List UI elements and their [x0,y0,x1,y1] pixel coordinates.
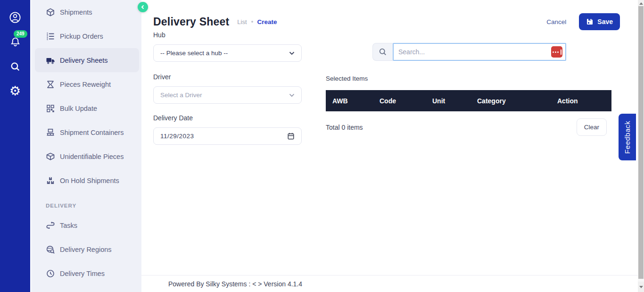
sidebar-item-label: Delivery Times [60,270,105,277]
clock-icon [46,269,55,278]
hub-select[interactable]: -- Please select a hub -- [153,44,302,62]
bell-icon [9,36,21,48]
column-header-category: Category [477,97,557,105]
driver-select[interactable]: Select a Driver [153,86,302,104]
search-bar [372,43,566,61]
page-title: Delivery Sheet [153,16,229,28]
profile-button[interactable] [9,11,21,24]
pallet-icon [46,128,55,137]
selected-items-label: Selected Items [326,75,368,82]
sidebar-item-pieces-reweight[interactable]: Pieces Reweight [35,72,139,96]
hub-label: Hub [153,30,302,40]
scale-icon [46,80,55,89]
hub-field-group: Hub -- Please select a hub -- [153,30,302,62]
stacked-boxes-icon [46,176,55,185]
search-icon-box [372,43,393,61]
breadcrumb-dot [251,21,253,23]
delivery-date-value: 11/29/2023 [160,133,287,140]
global-search-button[interactable] [9,60,21,73]
open-box-icon [46,152,55,161]
vertical-scrollbar[interactable] [638,0,644,292]
main-content: Delivery Sheet List Create Cancel Save [141,0,638,292]
column-header-awb: AWB [332,97,380,105]
driver-field-group: Driver Select a Driver [153,72,302,104]
driver-select-placeholder: Select a Driver [160,92,289,99]
search-icon [379,48,387,56]
delivery-date-field-group: Delivery Date 11/29/2023 [153,113,302,145]
sidebar-item-on-hold-shipments[interactable]: On Hold Shipments [35,168,139,192]
sidebar-item-pickup-orders[interactable]: Pickup Orders [35,24,139,48]
box-icon [46,8,55,17]
gear-icon: ⚙ [9,85,21,98]
scroll-up-arrow-icon [639,2,643,5]
feedback-button-label: Feedback [623,121,631,154]
truck-icon [46,56,55,65]
globe-search-icon [46,245,55,254]
chevron-down-icon [289,93,295,97]
sidebar-item-tasks[interactable]: Tasks [35,213,139,237]
search-input-wrap [393,43,566,61]
column-header-unit: Unit [432,97,477,105]
sidebar-item-delivery-sheets[interactable]: Delivery Sheets [35,48,139,72]
sidebar-item-label: Pieces Reweight [60,81,111,88]
scrollbar-thumb[interactable] [638,6,644,279]
table-footer-row: Total 0 items Clear [326,118,611,136]
column-header-action: Action [557,97,611,105]
feedback-button[interactable]: Feedback [619,114,636,160]
sidebar-item-label: Delivery Sheets [60,57,108,64]
driver-label: Driver [153,72,302,82]
ordered-list-icon [46,32,55,41]
selected-items-table-header: AWB Code Unit Category Action [326,90,611,111]
sidebar-section-delivery: DELIVERY [46,201,141,210]
breadcrumb-list-link[interactable]: List [237,18,247,25]
settings-button[interactable]: ⚙ [9,85,21,97]
footer-text: Powered By Silky Systems : < > Version 4… [168,280,302,288]
delivery-date-label: Delivery Date [153,113,302,123]
sidebar-collapse-button[interactable] [138,2,148,12]
sidebar-item-label: Unidentifiable Pieces [60,153,124,160]
user-circle-icon [9,11,21,24]
hub-select-value: -- Please select a hub -- [160,50,289,57]
page-header: Delivery Sheet List Create Cancel Save [153,13,620,30]
sidebar-item-shipments[interactable]: Shipments [35,0,139,24]
sidebar-item-bulk-update[interactable]: Bulk Update [35,96,139,120]
sidebar-item-delivery-times[interactable]: Delivery Times [35,261,139,285]
scroll-down-arrow-icon [639,286,643,288]
header-actions: Cancel Save [546,13,620,30]
column-header-code: Code [380,97,432,105]
calendar-icon[interactable] [287,132,295,140]
cancel-button[interactable]: Cancel [546,18,566,25]
sidebar-item-label: Shipment Containers [60,129,124,136]
notification-count-badge: 249 [14,30,27,38]
breadcrumb: List Create [237,18,277,25]
route-icon [46,221,55,230]
footer: Powered By Silky Systems : < > Version 4… [141,275,638,292]
breadcrumb-create-link[interactable]: Create [257,18,277,25]
clear-button[interactable]: Clear [577,118,607,136]
scrollbar-up-button[interactable] [638,0,644,7]
items-search-input[interactable] [393,43,566,61]
delivery-date-input[interactable]: 11/29/2023 [153,127,302,145]
sidebar-item-delivery-regions[interactable]: Delivery Regions [35,237,139,261]
chevron-down-icon [289,51,295,55]
save-button[interactable]: Save [579,13,620,30]
sidebar-item-label: Shipments [60,8,92,16]
scrollbar-down-button[interactable] [638,282,644,292]
sidebar-item-unidentifiable-pieces[interactable]: Unidentifiable Pieces [35,144,139,168]
floppy-disk-icon [586,18,594,25]
search-icon [9,61,21,73]
password-manager-extension-icon[interactable] [551,46,562,58]
sidebar-nav: Shipments Pickup Orders [31,0,141,285]
total-items-text: Total 0 items [326,124,363,131]
save-button-label: Save [597,18,613,25]
sidebar-item-shipment-containers[interactable]: Shipment Containers [35,120,139,144]
sidebar-item-label: Delivery Regions [60,246,112,253]
sidebar-item-label: Tasks [60,222,77,229]
sidebar-item-label: On Hold Shipments [60,177,119,184]
chevron-left-icon [140,5,145,9]
qr-code-icon [46,104,55,113]
sidebar-item-label: Pickup Orders [60,33,103,40]
sidebar: Shipments Pickup Orders [30,0,141,292]
notifications-button[interactable]: 249 [9,36,21,48]
icon-rail: 249 ⚙ [0,0,30,292]
